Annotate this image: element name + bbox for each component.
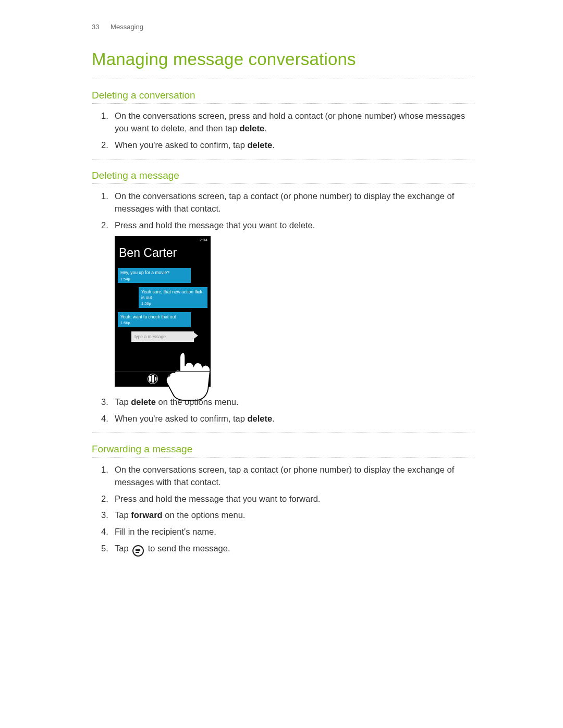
step-text: . — [264, 124, 267, 133]
svg-rect-0 — [149, 376, 152, 382]
step-text: to send the message. — [145, 544, 230, 553]
step-number: 3. — [101, 509, 108, 522]
step-item: 4. When you're asked to confirm, tap del… — [115, 413, 474, 425]
message-time: 1:54p — [120, 277, 188, 281]
step-number: 3. — [101, 396, 108, 409]
step-item: 3. Tap forward on the options menu. — [115, 509, 474, 522]
divider — [92, 103, 474, 104]
divider — [92, 183, 474, 184]
ui-term: forward — [131, 510, 163, 520]
step-text: . — [272, 140, 275, 150]
page-section-name: Messaging — [111, 23, 143, 31]
ui-term: delete — [131, 397, 156, 406]
step-text: Press and hold the message that you want… — [115, 220, 315, 230]
step-text: On the conversations screen, tap a conta… — [115, 465, 454, 487]
page-number: 33 — [92, 23, 99, 31]
message-text: Yeah, want to check that out — [120, 314, 176, 319]
step-item: 1. On the conversations screen, tap a co… — [115, 190, 474, 215]
svg-rect-1 — [152, 375, 154, 382]
phone-mockup: 2:04 Ben Carter Hey, you up for a movie?… — [115, 236, 211, 387]
page-header: 33 Messaging — [92, 23, 474, 31]
step-item: 3. Tap delete on the options menu. — [115, 396, 474, 409]
step-text: on the options menu. — [163, 510, 246, 520]
phone-statusbar: 2:04 — [115, 236, 211, 243]
steps-deleting-message: 1. On the conversations screen, tap a co… — [92, 190, 474, 425]
step-text: Tap — [115, 544, 131, 553]
page-title: Managing message conversations — [92, 50, 474, 69]
step-text: . — [272, 414, 275, 423]
step-number: 2. — [101, 219, 108, 232]
message-text: Yeah sure, that new action flick is out — [141, 289, 202, 300]
section-heading-deleting-message: Deleting a message — [92, 164, 474, 181]
phone-screenshot: 2:04 Ben Carter Hey, you up for a movie?… — [115, 236, 474, 387]
divider — [92, 79, 474, 79]
section-heading-forwarding-message: Forwarding a message — [92, 437, 474, 455]
step-number: 1. — [101, 464, 108, 476]
svg-rect-2 — [155, 377, 157, 381]
step-item: 5. Tap to send the message. — [115, 542, 474, 557]
step-text: Tap — [115, 397, 131, 406]
message-time: 1:56p — [141, 301, 205, 306]
step-number: 4. — [101, 526, 108, 538]
input-tail-icon — [194, 332, 198, 339]
step-text: When you're asked to confirm, tap — [115, 140, 247, 150]
document-page: 33 Messaging Managing message conversati… — [0, 0, 563, 728]
steps-deleting-conversation: 1. On the conversations screen, press an… — [92, 110, 474, 152]
step-number: 4. — [101, 413, 108, 425]
phone-input-row: type a message — [118, 331, 207, 342]
phone-text-input[interactable]: type a message — [131, 331, 194, 342]
phone-appbar: ... — [115, 371, 211, 387]
step-item: 2. Press and hold the message that you w… — [115, 493, 474, 505]
message-bubble-sent: Yeah, want to check that out 1:56p — [118, 312, 191, 327]
ui-term: delete — [247, 140, 272, 150]
step-item: 4. Fill in the recipient's name. — [115, 526, 474, 538]
send-icon — [132, 545, 144, 557]
step-text: When you're asked to confirm, tap — [115, 414, 247, 423]
voice-button-icon[interactable] — [148, 374, 158, 384]
step-text: On the conversations screen, tap a conta… — [115, 191, 454, 213]
step-text: Press and hold the message that you want… — [115, 494, 320, 503]
phone-chat-area: Hey, you up for a movie? 1:54p Yeah sure… — [115, 267, 211, 371]
section-heading-deleting-conversation: Deleting a conversation — [92, 83, 474, 101]
step-number: 2. — [101, 493, 108, 505]
divider — [92, 159, 474, 159]
step-text: On the conversations screen, press and h… — [115, 111, 465, 133]
phone-contact-name: Ben Carter — [115, 243, 211, 267]
step-number: 5. — [101, 542, 108, 555]
step-item: 2. When you're asked to confirm, tap del… — [115, 139, 474, 152]
step-item: 2. Press and hold the message that you w… — [115, 219, 474, 387]
step-text: on the options menu. — [156, 397, 239, 406]
step-text: Tap — [115, 510, 131, 520]
ui-term: delete — [239, 124, 264, 133]
more-button-icon[interactable]: ... — [200, 375, 206, 384]
steps-forwarding-message: 1. On the conversations screen, tap a co… — [92, 464, 474, 557]
divider — [92, 457, 474, 458]
message-text: Hey, you up for a movie? — [120, 270, 169, 275]
step-number: 2. — [101, 139, 108, 152]
step-item: 1. On the conversations screen, press an… — [115, 110, 474, 135]
message-bubble-received: Yeah sure, that new action flick is out … — [139, 287, 207, 308]
step-number: 1. — [101, 190, 108, 203]
ui-term: delete — [247, 414, 272, 423]
step-item: 1. On the conversations screen, tap a co… — [115, 464, 474, 489]
attach-button-icon[interactable] — [167, 374, 178, 384]
status-time: 2:04 — [199, 238, 207, 242]
svg-rect-3 — [136, 552, 139, 553]
step-number: 1. — [101, 110, 108, 122]
message-time: 1:56p — [120, 320, 188, 325]
step-text: Fill in the recipient's name. — [115, 527, 216, 536]
message-bubble-sent: Hey, you up for a movie? 1:54p — [118, 268, 191, 283]
divider — [92, 433, 474, 433]
